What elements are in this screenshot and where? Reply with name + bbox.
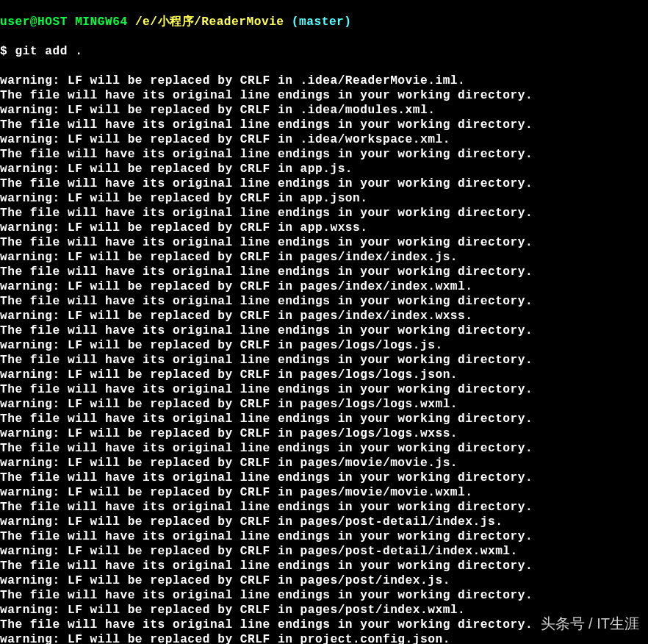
warning-line: warning: LF will be replaced by CRLF in …	[0, 132, 648, 147]
watermark-text: 头条号 / IT生涯	[541, 616, 639, 631]
warning-line: warning: LF will be replaced by CRLF in …	[0, 279, 648, 294]
info-line: The file will have its original line end…	[0, 412, 648, 426]
warning-line: warning: LF will be replaced by CRLF in …	[0, 397, 648, 412]
warning-line: warning: LF will be replaced by CRLF in …	[0, 544, 648, 559]
info-line: The file will have its original line end…	[0, 471, 648, 485]
warning-line: warning: LF will be replaced by CRLF in …	[0, 515, 648, 529]
info-line: The file will have its original line end…	[0, 500, 648, 515]
info-line: The file will have its original line end…	[0, 441, 648, 456]
warning-line: warning: LF will be replaced by CRLF in …	[0, 250, 648, 265]
warning-line: warning: LF will be replaced by CRLF in …	[0, 368, 648, 382]
warning-line: warning: LF will be replaced by CRLF in …	[0, 309, 648, 323]
info-line: The file will have its original line end…	[0, 323, 648, 338]
shell-header: user@HOST MINGW64 /e/小程序/ReaderMovie (ma…	[0, 15, 648, 29]
prompt-symbol: $	[0, 45, 15, 58]
info-line: The file will have its original line end…	[0, 588, 648, 603]
git-branch: (master)	[284, 15, 352, 29]
shell-name: MINGW64	[68, 15, 135, 29]
warning-line: warning: LF will be replaced by CRLF in …	[0, 485, 648, 500]
info-line: The file will have its original line end…	[0, 176, 648, 191]
info-line: The file will have its original line end…	[0, 206, 648, 221]
warning-line: warning: LF will be replaced by CRLF in …	[0, 162, 648, 176]
warning-line: warning: LF will be replaced by CRLF in …	[0, 632, 648, 644]
warning-line: warning: LF will be replaced by CRLF in …	[0, 221, 648, 235]
info-line: The file will have its original line end…	[0, 382, 648, 397]
terminal-output: warning: LF will be replaced by CRLF in …	[0, 74, 648, 644]
info-line: The file will have its original line end…	[0, 265, 648, 279]
info-line: The file will have its original line end…	[0, 118, 648, 132]
terminal[interactable]: user@HOST MINGW64 /e/小程序/ReaderMovie (ma…	[0, 0, 648, 644]
warning-line: warning: LF will be replaced by CRLF in …	[0, 426, 648, 441]
warning-line: warning: LF will be replaced by CRLF in …	[0, 103, 648, 118]
userhost: user@HOST	[0, 15, 68, 29]
warning-line: warning: LF will be replaced by CRLF in …	[0, 456, 648, 471]
cwd-path: /e/小程序/ReaderMovie	[135, 15, 284, 29]
warning-line: warning: LF will be replaced by CRLF in …	[0, 338, 648, 353]
warning-line: warning: LF will be replaced by CRLF in …	[0, 74, 648, 88]
command-line[interactable]: $ git add .	[0, 44, 648, 59]
warning-line: warning: LF will be replaced by CRLF in …	[0, 573, 648, 588]
info-line: The file will have its original line end…	[0, 294, 648, 309]
info-line: The file will have its original line end…	[0, 559, 648, 573]
info-line: The file will have its original line end…	[0, 88, 648, 103]
warning-line: warning: LF will be replaced by CRLF in …	[0, 191, 648, 206]
info-line: The file will have its original line end…	[0, 353, 648, 368]
typed-command: git add .	[15, 45, 82, 58]
info-line: The file will have its original line end…	[0, 529, 648, 544]
info-line: The file will have its original line end…	[0, 147, 648, 162]
info-line: The file will have its original line end…	[0, 235, 648, 250]
